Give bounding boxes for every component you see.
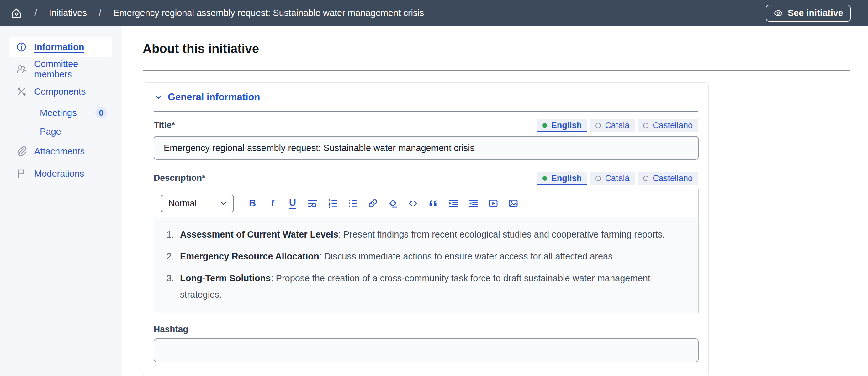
page-title: About this initiative — [143, 42, 868, 56]
list-item-text: Long-Term Solutions: Propose the creatio… — [180, 270, 686, 303]
hashtag-input[interactable] — [154, 338, 699, 362]
sidebar-item-label: Moderations — [34, 169, 84, 179]
image-button[interactable] — [507, 197, 519, 210]
bold-button[interactable]: B — [246, 197, 258, 210]
sidebar-item-label: Attachments — [34, 146, 85, 157]
format-clear-button[interactable] — [387, 197, 399, 210]
sidebar-item-label: Meetings — [40, 108, 77, 118]
language-tab-english[interactable]: English — [537, 172, 587, 185]
quote-button[interactable] — [427, 197, 439, 210]
text-wrap-button[interactable] — [307, 197, 319, 210]
language-tab-label: English — [551, 121, 582, 130]
language-tab-catala[interactable]: Català — [590, 172, 635, 185]
indent-decrease-button[interactable] — [467, 197, 479, 210]
attachments-icon — [16, 146, 27, 157]
ordered-list-button[interactable]: 1 2 3 — [327, 197, 339, 210]
block-format-value: Normal — [168, 198, 197, 208]
sidebar-item-components[interactable]: Components — [9, 81, 112, 102]
breadcrumb-separator: / — [99, 8, 101, 18]
language-complete-dot — [542, 176, 547, 181]
list-item: 3. Long-Term Solutions: Propose the crea… — [166, 270, 686, 303]
sidebar-item-page[interactable]: Page — [9, 123, 112, 141]
language-empty-ring — [643, 176, 649, 181]
language-tab-label: Català — [605, 121, 629, 130]
list-item-number: 3. — [166, 270, 176, 303]
breadcrumb-separator: / — [34, 8, 37, 18]
rich-text-editor: Normal B I U — [154, 189, 699, 313]
chevron-down-icon — [219, 199, 228, 207]
italic-icon: I — [271, 198, 274, 209]
editor-toolbar: Normal B I U — [154, 189, 699, 217]
see-initiative-button[interactable]: See initiative — [766, 5, 851, 22]
language-tab-castellano[interactable]: Castellano — [638, 119, 698, 132]
sidebar-item-label: Components — [34, 87, 86, 97]
meetings-count-badge: 0 — [95, 107, 107, 119]
link-button[interactable] — [367, 197, 379, 210]
general-information-toggle[interactable]: General information — [154, 92, 260, 103]
sidebar-item-meetings[interactable]: Meetings 0 — [9, 104, 112, 122]
general-information-panel: General information Title* English Catal… — [143, 82, 709, 376]
code-button[interactable] — [407, 197, 419, 210]
sidebar-item-label: Committee members — [34, 59, 112, 79]
sidebar-item-label: Page — [40, 127, 61, 137]
description-editor-content[interactable]: 1. Assessment of Current Water Levels: P… — [154, 217, 699, 313]
components-icon — [16, 86, 27, 97]
image-icon — [508, 198, 519, 209]
moderations-icon — [16, 168, 27, 179]
list-item-number: 2. — [166, 248, 176, 265]
home-gear-icon — [10, 7, 23, 20]
information-icon — [16, 41, 27, 53]
list-item-text: Emergency Resource Allocation: Discuss i… — [180, 248, 615, 265]
format-clear-icon — [388, 198, 398, 209]
list-item: 2. Emergency Resource Allocation: Discus… — [166, 248, 686, 265]
unordered-list-button[interactable] — [347, 197, 359, 210]
sidebar-item-moderations[interactable]: Moderations — [9, 164, 112, 183]
breadcrumb-initiatives-link[interactable]: Initiatives — [49, 8, 87, 18]
text-wrap-icon — [307, 198, 318, 209]
sidebar-item-attachments[interactable]: Attachments — [9, 141, 112, 161]
title-language-tabs: English Català Castellano — [537, 119, 698, 132]
underline-button[interactable]: U — [287, 197, 299, 210]
indent-increase-icon — [448, 198, 459, 209]
unordered-list-icon — [347, 198, 358, 209]
sidebar-item-committee-members[interactable]: Committee members — [9, 59, 112, 79]
see-initiative-label: See initiative — [788, 8, 843, 18]
language-tab-label: Català — [605, 174, 629, 183]
section-divider — [154, 111, 698, 112]
main-content: About this initiative General informatio… — [122, 26, 868, 376]
sidebar-item-information[interactable]: Information — [9, 37, 112, 57]
block-format-select[interactable]: Normal — [161, 195, 234, 212]
indent-decrease-icon — [468, 198, 478, 209]
language-empty-ring — [595, 123, 601, 128]
language-empty-ring — [643, 123, 649, 128]
description-language-tabs: English Català Castellano — [537, 172, 698, 185]
italic-button[interactable]: I — [267, 197, 278, 210]
language-complete-dot — [542, 123, 547, 128]
ordered-list-icon: 1 2 3 — [328, 198, 338, 209]
bold-icon: B — [249, 198, 256, 209]
home-button[interactable] — [10, 7, 23, 20]
code-icon — [408, 198, 418, 209]
section-title: General information — [168, 92, 260, 103]
title-input[interactable] — [154, 136, 699, 160]
video-button[interactable] — [487, 197, 499, 210]
link-icon — [368, 198, 378, 209]
sidebar-item-label: Information — [34, 42, 84, 52]
hashtag-field-label: Hashtag — [154, 324, 698, 334]
sidebar: Information Committee members Components… — [0, 26, 122, 376]
eye-icon — [773, 8, 783, 18]
underline-icon: U — [289, 198, 296, 209]
language-tab-english[interactable]: English — [537, 119, 587, 132]
language-tab-label: Castellano — [653, 121, 693, 130]
language-tab-catala[interactable]: Català — [590, 119, 635, 132]
video-icon — [488, 198, 499, 209]
chevron-down-icon — [154, 93, 163, 102]
breadcrumb-current-title: Emergency regional assembly request: Sus… — [113, 8, 424, 18]
top-bar: / Initiatives / Emergency regional assem… — [0, 0, 868, 26]
language-tab-castellano[interactable]: Castellano — [638, 172, 698, 185]
indent-increase-button[interactable] — [447, 197, 459, 210]
heading-divider — [143, 70, 850, 71]
quote-icon — [428, 198, 438, 209]
language-empty-ring — [595, 176, 601, 181]
list-item-text: Assessment of Current Water Levels: Pres… — [180, 226, 665, 243]
